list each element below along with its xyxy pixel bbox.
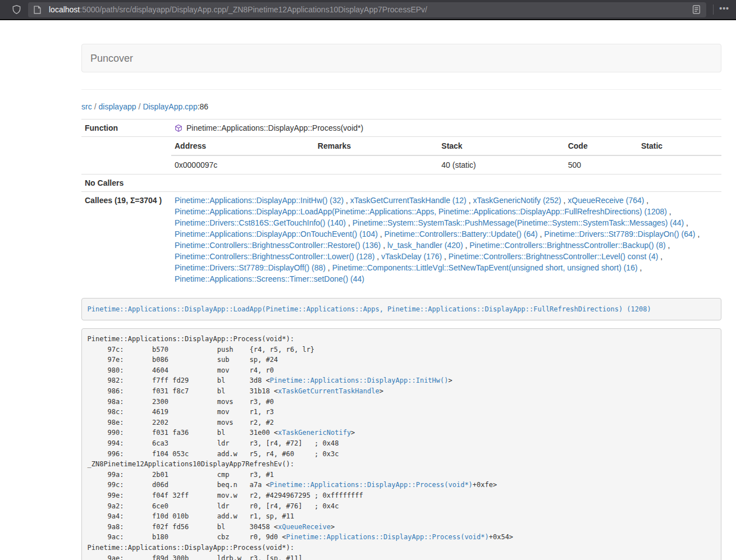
metrics-value-row: 0x0000097c 40 (static) 500 [171, 155, 721, 174]
asm-line: 98a: 2300 movs r3, #0 [88, 397, 716, 407]
app-title[interactable]: Puncover [90, 53, 133, 64]
code-text: > [380, 387, 383, 395]
reader-view-icon[interactable] [692, 5, 701, 14]
callee-link[interactable]: lv_task_handler (420) [387, 241, 463, 250]
code-symbol-link[interactable]: xTaskGetCurrentTaskHandle [278, 387, 380, 395]
url-text: localhost:5000/path/src/displayapp/Displ… [49, 5, 688, 14]
callee-link[interactable]: Pinetime::Drivers::Cst816S::GetTouchInfo… [175, 218, 346, 227]
asm-line: 98c: 4619 mov r1, r3 [88, 407, 716, 417]
code-text: _ZN8Pinetime12Applications10DisplayApp7R… [88, 460, 294, 468]
callers-row: No Callers [81, 175, 721, 192]
code-text: +0x54> [489, 533, 513, 541]
callees-label: Callees (19, Σ=3704 ) [81, 192, 171, 288]
callee-link[interactable]: vTaskDelay (176) [381, 252, 442, 261]
col-code: Code [565, 137, 638, 155]
callee-link[interactable]: xQueueReceive (764) [568, 196, 644, 205]
callee-link[interactable]: Pinetime::Components::LittleVgl::SetNewT… [332, 263, 638, 272]
asm-line: 99a: 2b01 cmp r3, #1 [88, 470, 716, 480]
code-text: Pinetime::Applications::DisplayApp::Proc… [88, 335, 294, 343]
code-size-value: 500 [565, 155, 638, 174]
callee-separator: , [666, 241, 670, 250]
code-symbol-link[interactable]: Pinetime::Applications::DisplayApp::Init… [270, 377, 449, 384]
code-text: 98a: 2300 movs r3, #0 [88, 398, 274, 406]
url-path: :5000/path/src/displayapp/DisplayApp.cpp… [80, 5, 427, 14]
callees-list: Pinetime::Applications::DisplayApp::Init… [171, 192, 721, 288]
assembly-listing: Pinetime::Applications::DisplayApp::Proc… [81, 328, 721, 560]
page-info-icon[interactable] [34, 6, 41, 14]
callee-link[interactable]: Pinetime::Controllers::BrightnessControl… [175, 252, 374, 261]
callee-separator: , [467, 196, 473, 205]
app-navbar: Puncover [81, 44, 721, 72]
callee-link[interactable]: xTaskGetCurrentTaskHandle (12) [350, 196, 467, 205]
loadapp-symbol-link[interactable]: Pinetime::Applications::DisplayApp::Load… [88, 305, 651, 313]
callee-link[interactable]: Pinetime::Controllers::BrightnessControl… [469, 241, 665, 250]
breadcrumb-src-link[interactable]: src [81, 102, 92, 111]
code-text: 99a: 2b01 cmp r3, #1 [88, 471, 274, 479]
code-symbol-link[interactable]: xTaskGenericNotify [278, 429, 351, 437]
callee-separator: , [644, 196, 648, 205]
code-symbol-link[interactable]: Pinetime::Applications::DisplayApp::Proc… [270, 481, 473, 489]
asm-line: 9ae: f89d 300b ldrb.w r3, [sp, #11] [88, 553, 716, 560]
code-symbol-link[interactable]: Pinetime::Applications::DisplayApp::Proc… [286, 533, 489, 541]
callee-link[interactable]: Pinetime::Controllers::BrightnessControl… [175, 241, 381, 250]
callee-separator: , [326, 263, 332, 272]
col-static: Static [638, 137, 721, 155]
asm-line: 9a8: f02f fd56 bl 30458 <xQueueReceive> [88, 522, 716, 533]
callee-link[interactable]: Pinetime::Applications::DisplayApp::Init… [175, 196, 344, 205]
code-text: 98e: 2202 movs r2, #2 [88, 419, 274, 426]
callee-link[interactable]: Pinetime::System::SystemTask::PushMessag… [353, 218, 684, 227]
asm-line: _ZN8Pinetime12Applications10DisplayApp7R… [88, 459, 716, 470]
metrics-table: Address Remarks Stack Code Static 0x0000… [171, 137, 721, 174]
callee-link[interactable]: Pinetime::Controllers::BrightnessControl… [449, 252, 658, 261]
breadcrumb-displayapp-link[interactable]: displayapp [99, 102, 136, 111]
asm-line: Pinetime::Applications::DisplayApp::Proc… [88, 543, 716, 553]
function-row: Function Pinetime::Applications::Display… [81, 120, 721, 137]
code-text: 97e: b086 sub sp, #24 [88, 356, 278, 364]
asm-line: 982: f7ff fd29 bl 3d8 <Pinetime::Applica… [88, 375, 716, 386]
col-remarks: Remarks [314, 137, 438, 155]
code-text: 9a4: f10d 010b add.w r1, sp, #11 [88, 512, 294, 520]
code-text: > [351, 429, 355, 437]
code-symbol-link[interactable]: xQueueReceive [278, 523, 331, 531]
breadcrumb-file-link[interactable]: DisplayApp.cpp [143, 102, 197, 111]
breadcrumb: src/displayapp/DisplayApp.cpp:86 [81, 101, 721, 112]
code-text: 990: f031 fa36 bl 31e00 < [88, 429, 278, 437]
callee-link[interactable]: Pinetime::Drivers::St7789::DisplayOn() (… [544, 229, 695, 238]
breadcrumb-separator: / [136, 102, 143, 111]
asm-line: 990: f031 fa36 bl 31e00 <xTaskGenericNot… [88, 428, 716, 438]
callee-separator: , [638, 263, 642, 272]
callee-link[interactable]: Pinetime::Applications::DisplayApp::Load… [175, 207, 667, 216]
callee-link[interactable]: xTaskGenericNotify (252) [473, 196, 561, 205]
asm-line: 996: f104 053c add.w r5, r4, #60 ; 0x3c [88, 449, 716, 460]
code-text: 98c: 4619 mov r1, r3 [88, 408, 274, 416]
callee-link[interactable]: Pinetime::Applications::Screens::Timer::… [175, 274, 364, 283]
callee-separator: , [442, 252, 449, 261]
code-text: 996: f104 053c add.w r5, r4, #60 ; 0x3c [88, 450, 339, 458]
function-detail-table: Function Pinetime::Applications::Display… [81, 119, 721, 287]
callee-separator: , [344, 196, 350, 205]
asm-line: 9a4: f10d 010b add.w r1, sp, #11 [88, 511, 716, 522]
tracking-protection-shield-icon[interactable] [8, 2, 25, 17]
callee-link[interactable]: Pinetime::Drivers::St7789::DisplayOff() … [175, 263, 326, 272]
asm-line: 9ac: b180 cbz r0, 9d0 <Pinetime::Applica… [88, 532, 716, 543]
callee-link[interactable]: Pinetime::Applications::DisplayApp::OnTo… [175, 229, 378, 238]
remarks-value [314, 155, 438, 174]
code-text: 99e: f04f 32ff mov.w r2, #4294967295 ; 0… [88, 492, 363, 499]
url-bar[interactable]: localhost:5000/path/src/displayapp/Displ… [28, 2, 706, 17]
address-value: 0x0000097c [171, 155, 314, 174]
asm-line: 99c: d06d beq.n a7a <Pinetime::Applicati… [88, 480, 716, 490]
code-text: 982: f7ff fd29 bl 3d8 < [88, 377, 270, 384]
col-stack: Stack [438, 137, 564, 155]
toolbar-divider [713, 4, 714, 15]
asm-line: 980: 4604 mov r4, r0 [88, 365, 716, 376]
browser-menu-button[interactable]: ••• [719, 4, 729, 15]
code-text: > [331, 523, 335, 531]
asm-line: 99e: f04f 32ff mov.w r2, #4294967295 ; 0… [88, 490, 716, 501]
asm-line: 98e: 2202 movs r2, #2 [88, 417, 716, 428]
metrics-row: Address Remarks Stack Code Static 0x0000… [81, 137, 721, 175]
metrics-header-row: Address Remarks Stack Code Static [171, 137, 721, 155]
page-container: Puncover src/displayapp/DisplayApp.cpp:8… [81, 20, 721, 560]
callee-link[interactable]: Pinetime::Controllers::Battery::Update()… [385, 229, 538, 238]
symbol-cube-icon [175, 124, 182, 132]
url-host: localhost [49, 5, 80, 14]
